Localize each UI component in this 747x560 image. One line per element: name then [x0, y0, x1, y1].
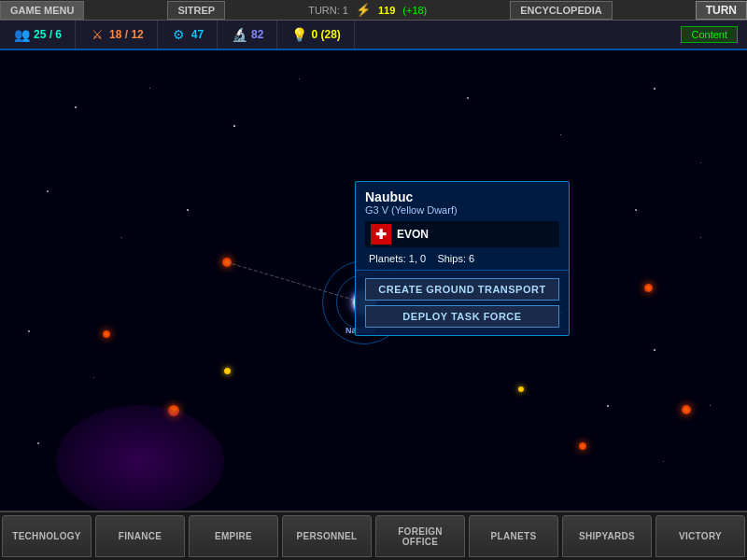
star-type: G3 V (Yellow Dwarf) — [365, 204, 559, 216]
bg-star — [37, 442, 39, 444]
bg-star — [635, 209, 637, 211]
industry-resource: ⚙ 47 — [158, 21, 218, 49]
science-resource: 🔬 82 — [218, 21, 277, 49]
top-bar: GAME MENU SITREP TURN: 1 ⚡ 119 (+18) ENC… — [0, 0, 747, 21]
finance-tab[interactable]: FINANCE — [95, 515, 185, 557]
ships-label: Ships: — [437, 253, 466, 264]
star-details: Planets: 1, 0 Ships: 6 — [365, 253, 559, 264]
science-value: 82 — [251, 28, 263, 41]
bg-star — [654, 88, 655, 90]
resource-bar: 👥 25 / 6 ⚔ 18 / 12 ⚙ 47 🔬 82 💡 0 (28) Co… — [0, 21, 747, 50]
create-ground-transport-button[interactable]: CREATE GROUND TRANSPORT — [365, 278, 559, 301]
bg-star — [299, 78, 300, 79]
content-button[interactable]: Content — [681, 26, 738, 43]
planets-value: 1, 0 — [409, 253, 426, 264]
bg-star — [710, 405, 711, 406]
faction-icon: ✚ — [371, 224, 391, 245]
ap-icon: ⚡ — [356, 3, 371, 17]
main-area: Naubuc Naubuc G3 V (Yellow Dwarf) ✚ EVON… — [0, 50, 747, 511]
industry-value: 47 — [191, 28, 204, 41]
science-icon: 🔬 — [231, 26, 247, 43]
bg-star — [187, 209, 189, 211]
ships-value: 6 — [469, 253, 474, 264]
bg-star — [663, 461, 664, 462]
star-info-section: Naubuc G3 V (Yellow Dwarf) ✚ EVON Planet… — [356, 182, 569, 270]
energy-icon: 💡 — [290, 26, 307, 43]
victory-tab[interactable]: VICTORY — [655, 515, 745, 557]
orange-star-1[interactable] — [222, 258, 232, 267]
game-menu-button[interactable]: GAME MENU — [0, 1, 84, 20]
orange-star-4[interactable] — [644, 284, 653, 292]
foreign-office-tab[interactable]: FOREIGN OFFICE — [375, 515, 465, 557]
technology-tab[interactable]: TECHNOLOGY — [2, 515, 92, 557]
turn-info: TURN: 1 ⚡ 119 (+18) — [308, 3, 427, 17]
encyclopedia-button[interactable]: ENCYCLOPEDIA — [510, 1, 612, 20]
bg-star — [75, 106, 77, 108]
bg-star — [47, 190, 49, 192]
yellow-star-1[interactable] — [224, 368, 231, 374]
military-value: 18 / 12 — [109, 28, 144, 41]
bg-star — [607, 405, 609, 407]
population-icon: 👥 — [13, 26, 30, 43]
empire-tab[interactable]: EMPIRE — [189, 515, 278, 557]
population-value: 25 / 6 — [34, 28, 62, 41]
yellow-star-2[interactable] — [518, 386, 524, 392]
shipyards-tab[interactable]: SHIPYARDS — [562, 515, 652, 557]
panel-buttons: CREATE GROUND TRANSPORT DEPLOY TASK FORC… — [356, 270, 569, 335]
bg-star — [233, 125, 235, 127]
star-info-panel: Naubuc G3 V (Yellow Dwarf) ✚ EVON Planet… — [355, 181, 570, 336]
bg-star — [467, 97, 469, 99]
bg-star — [149, 88, 150, 89]
population-resource: 👥 25 / 6 — [0, 21, 76, 49]
deploy-task-force-button[interactable]: DEPLOY TASK FORCE — [365, 305, 559, 328]
faction-name: EVON — [397, 228, 429, 241]
bg-star — [121, 237, 122, 238]
bg-star — [28, 330, 30, 332]
faction-row: ✚ EVON — [365, 221, 559, 247]
industry-icon: ⚙ — [171, 26, 188, 43]
star-name: Naubuc — [365, 189, 559, 204]
sitrep-button[interactable]: SITREP — [167, 1, 225, 20]
orange-star-5[interactable] — [682, 405, 691, 414]
military-resource: ⚔ 18 / 12 — [76, 21, 158, 49]
orange-star-2[interactable] — [103, 330, 110, 338]
planets-tab[interactable]: PLANETS — [469, 515, 558, 557]
bg-star — [654, 349, 655, 351]
turn-label: TURN: 1 — [308, 5, 348, 16]
planets-label: Planets: — [369, 253, 406, 264]
energy-value: 0 (28) — [311, 28, 340, 41]
nebula — [56, 405, 224, 511]
energy-resource: 💡 0 (28) — [277, 21, 354, 49]
bg-star — [700, 162, 701, 163]
bottom-navigation: TECHNOLOGY FINANCE EMPIRE PERSONNEL FORE… — [0, 511, 747, 560]
personnel-tab[interactable]: PERSONNEL — [282, 515, 372, 557]
orange-star-6[interactable] — [579, 442, 586, 450]
bg-star — [93, 377, 94, 378]
turn-button[interactable]: TURN — [696, 1, 747, 20]
military-icon: ⚔ — [89, 26, 106, 43]
bg-star — [560, 134, 561, 135]
bg-star — [700, 237, 701, 238]
ap-value: 119 — [378, 5, 395, 16]
ap-bonus: (+18) — [402, 5, 427, 16]
